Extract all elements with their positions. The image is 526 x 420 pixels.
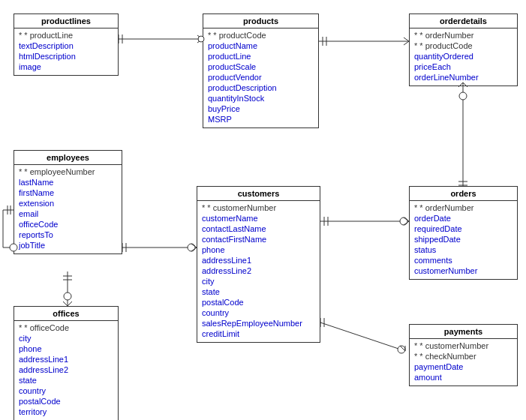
er-diagram: productlines* productLinetextDescription… — [0, 0, 526, 420]
field-employees-lastName: lastName — [19, 177, 117, 188]
field-products-productName: productName — [208, 40, 314, 51]
field-orders-status: status — [414, 244, 512, 255]
field-offices-officeCode: * officeCode — [19, 322, 113, 333]
field-employees-firstName: firstName — [19, 188, 117, 198]
field-offices-postalCode: postalCode — [19, 396, 113, 406]
svg-point-45 — [398, 346, 405, 353]
field-orders-shippedDate: shippedDate — [414, 234, 512, 244]
field-productlines-image: image — [19, 62, 113, 72]
entity-header-orderdetails: orderdetails — [410, 14, 517, 28]
field-customers-addressLine1: addressLine1 — [202, 255, 315, 266]
field-payments-checkNumber: * checkNumber — [414, 351, 512, 362]
field-payments-customerNumber: * customerNumber — [414, 340, 512, 351]
entity-body-offices: * officeCodecityphoneaddressLine1address… — [14, 321, 118, 420]
entity-customers: customers* customerNumbercustomerNamecon… — [197, 186, 320, 343]
field-products-productDescription: productDescription — [208, 82, 314, 93]
field-products-productVendor: productVendor — [208, 72, 314, 82]
field-products-buyPrice: buyPrice — [208, 104, 314, 114]
field-orderdetails-quantityOrdered: quantityOrdered — [414, 51, 512, 62]
field-offices-addressLine1: addressLine1 — [19, 354, 113, 364]
svg-line-1 — [197, 35, 203, 39]
svg-line-41 — [404, 221, 409, 225]
field-employees-extension: extension — [19, 198, 117, 208]
field-customers-customerName: customerName — [202, 213, 315, 224]
svg-line-46 — [400, 346, 405, 351]
field-employees-jobTitle: jobTitle — [19, 240, 117, 250]
field-payments-paymentDate: paymentDate — [414, 362, 512, 372]
field-offices-city: city — [19, 333, 113, 344]
svg-line-8 — [404, 38, 409, 41]
field-customers-customerNumber: * customerNumber — [202, 202, 315, 213]
svg-line-9 — [404, 41, 409, 45]
field-employees-officeCode: officeCode — [19, 219, 117, 230]
entity-header-orders: orders — [410, 187, 517, 201]
svg-point-17 — [459, 92, 467, 100]
field-employees-reportsTo: reportsTo — [19, 230, 117, 240]
entity-header-offices: offices — [14, 307, 118, 321]
svg-line-23 — [191, 248, 197, 251]
entity-products: products* productCodeproductNameproductL… — [203, 14, 319, 128]
field-customers-state: state — [202, 286, 315, 297]
field-products-productCode: * productCode — [208, 30, 314, 40]
field-products-productLine: productLine — [208, 51, 314, 62]
field-customers-salesRepEmployeeNumber: salesRepEmployeeNumber — [202, 318, 315, 328]
field-offices-country: country — [19, 386, 113, 396]
svg-line-42 — [320, 322, 405, 351]
field-offices-addressLine2: addressLine2 — [19, 364, 113, 375]
field-orders-customerNumber: customerNumber — [414, 266, 512, 276]
field-employees-email: email — [19, 208, 117, 219]
entity-body-employees: * employeeNumberlastNamefirstNameextensi… — [14, 165, 122, 254]
field-customers-phone: phone — [202, 244, 315, 255]
field-customers-country: country — [202, 308, 315, 318]
field-orderdetails-priceEach: priceEach — [414, 62, 512, 72]
entity-body-products: * productCodeproductNameproductLineprodu… — [203, 28, 318, 128]
field-payments-amount: amount — [414, 372, 512, 382]
svg-line-2 — [197, 39, 203, 43]
field-orders-requiredDate: requiredDate — [414, 224, 512, 234]
field-orderdetails-orderLineNumber: orderLineNumber — [414, 72, 512, 82]
entity-productlines: productlines* productLinetextDescription… — [14, 14, 119, 76]
field-orderdetails-orderNumber: * orderNumber — [414, 30, 512, 40]
field-employees-employeeNumber: * employeeNumber — [19, 166, 117, 177]
svg-point-39 — [400, 218, 407, 225]
field-orders-orderNumber: * orderNumber — [414, 202, 512, 213]
svg-line-40 — [404, 218, 409, 221]
field-customers-postalCode: postalCode — [202, 297, 315, 308]
field-products-quantityInStock: quantityInStock — [208, 93, 314, 104]
entity-body-productlines: * productLinetextDescriptionhtmlDescript… — [14, 28, 118, 75]
field-productlines-htmlDescription: htmlDescription — [19, 51, 113, 62]
field-customers-creditLimit: creditLimit — [202, 328, 315, 339]
field-offices-territory: territory — [19, 406, 113, 417]
field-orders-comments: comments — [414, 255, 512, 266]
svg-point-21 — [188, 244, 195, 251]
entity-header-products: products — [203, 14, 318, 28]
entity-body-orders: * orderNumberorderDaterequiredDateshippe… — [410, 201, 517, 279]
field-productlines-textDescription: textDescription — [19, 40, 113, 51]
entity-payments: payments* customerNumber* checkNumberpay… — [409, 324, 518, 386]
field-offices-phone: phone — [19, 344, 113, 354]
entity-body-orderdetails: * orderNumber* productCodequantityOrdere… — [410, 28, 517, 86]
field-products-MSRP: MSRP — [208, 114, 314, 124]
field-offices-state: state — [19, 375, 113, 386]
entity-header-payments: payments — [410, 325, 517, 339]
entity-header-productlines: productlines — [14, 14, 118, 28]
field-customers-addressLine2: addressLine2 — [202, 266, 315, 276]
field-orderdetails-productCode: * productCode — [414, 40, 512, 51]
svg-point-35 — [64, 292, 71, 300]
entity-header-employees: employees — [14, 151, 122, 165]
field-orders-orderDate: orderDate — [414, 213, 512, 224]
entity-offices: offices* officeCodecityphoneaddressLine1… — [14, 306, 119, 420]
entity-orders: orders* orderNumberorderDaterequiredDate… — [409, 186, 518, 280]
field-products-productScale: productScale — [208, 62, 314, 72]
entity-header-customers: customers — [197, 187, 320, 201]
field-customers-city: city — [202, 276, 315, 286]
field-customers-contactFirstName: contactFirstName — [202, 234, 315, 244]
entity-employees: employees* employeeNumberlastNamefirstNa… — [14, 150, 122, 254]
entity-body-customers: * customerNumbercustomerNamecontactLastN… — [197, 201, 320, 342]
svg-line-22 — [191, 244, 197, 248]
entity-orderdetails: orderdetails* orderNumber* productCodequ… — [409, 14, 518, 86]
entity-body-payments: * customerNumber* checkNumberpaymentDate… — [410, 339, 517, 386]
field-productlines-productLine: * productLine — [19, 30, 113, 40]
field-customers-contactLastName: contactLastName — [202, 224, 315, 234]
